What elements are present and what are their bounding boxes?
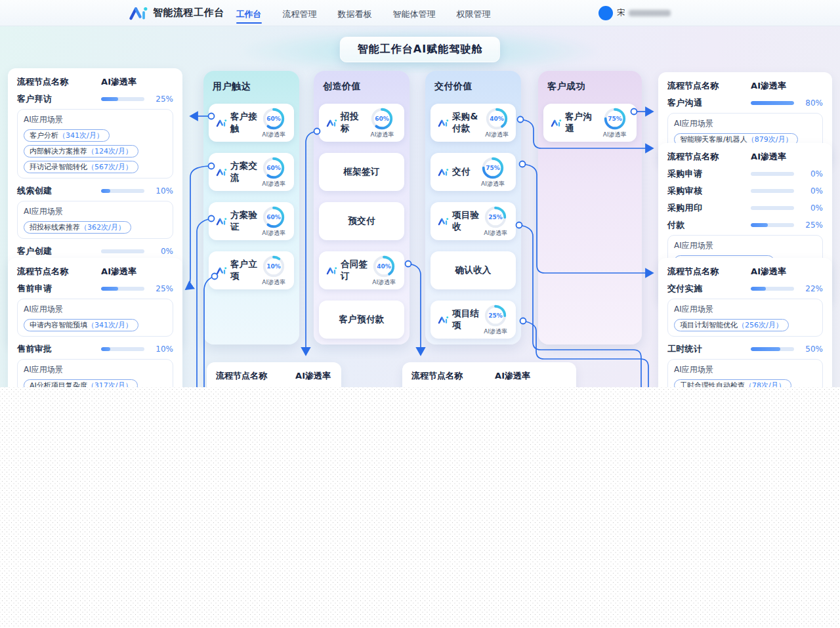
ai-scenario-chip: 项目计划智能优化（256次/月） [674, 319, 789, 331]
ai-logo-icon [216, 217, 227, 226]
ai-scenario-count: （362次/月） [80, 223, 125, 232]
penetration-progress-bar [751, 101, 794, 105]
ai-scenario-count: （341次/月） [87, 321, 133, 329]
process-stage-card[interactable]: 项目验收25%AI渗透率 [430, 202, 516, 240]
tab-active-underline [457, 22, 491, 24]
process-stage-card[interactable]: 交付75%AI渗透率 [430, 153, 516, 191]
penetration-percent: 25% [799, 220, 823, 230]
penetration-gauge: 60%AI渗透率 [259, 156, 289, 188]
tab-active-underline [236, 22, 262, 24]
tab-label: 数据看板 [338, 9, 372, 22]
penetration-progress-bar [101, 97, 144, 101]
ai-scenario-chip: 内部解决方案推荐（124次/月） [24, 145, 138, 157]
process-node-name: 交付实施 [667, 283, 751, 295]
user-avatar[interactable] [598, 6, 613, 20]
ai-penetration-column-header: AI渗透率 [751, 151, 786, 163]
ai-penetration-column-header: AI渗透率 [495, 370, 530, 382]
tab-4[interactable]: 智能体管理 [393, 2, 436, 24]
ai-logo-icon [438, 217, 449, 226]
node-name-column-header: 流程节点名称 [667, 266, 719, 278]
ai-scenario-count: （567次/月） [87, 163, 133, 171]
process-stage-card[interactable]: 合同签订40%AI渗透率 [319, 251, 404, 289]
penetration-percent: 25% [150, 94, 173, 104]
process-node-name: 采购审核 [667, 185, 751, 197]
penetration-percent: 25% [150, 284, 173, 293]
svg-text:10%: 10% [266, 263, 281, 270]
penetration-gauge: 25%AI渗透率 [480, 303, 511, 336]
process-stage-card[interactable]: 框架签订 [319, 153, 404, 191]
ai-scenario-chip: 客户分析（341次/月） [24, 129, 110, 142]
penetration-gauge: 60%AI渗透率 [259, 205, 289, 238]
process-node-name: 付款 [667, 219, 751, 231]
ai-scenario-box: AI应用场景招投标线索推荐（362次/月） [17, 201, 173, 239]
ai-scenario-chips: 客户分析（341次/月）内部解决方案推荐（124次/月）拜访记录智能转化（567… [24, 129, 167, 173]
process-stage-card[interactable]: 采购&付款40%AI渗透率 [430, 104, 516, 142]
tab-3[interactable]: 数据看板 [338, 2, 372, 24]
process-stage-card[interactable]: 项目结项25%AI渗透率 [430, 301, 516, 339]
process-stage-card[interactable]: 方案交流60%AI渗透率 [209, 153, 294, 191]
penetration-percent: 10% [150, 345, 173, 354]
ai-penetration-column-header: AI渗透率 [751, 80, 786, 92]
stage-card-name: 采购&付款 [438, 111, 483, 135]
penetration-progress-fill [101, 347, 110, 351]
stage-card-name: 客户立项 [216, 259, 259, 282]
process-node-row: 售前申请25% [17, 283, 173, 295]
penetration-percent: 22% [799, 284, 823, 293]
ai-scenario-label: AI应用场景 [674, 304, 816, 315]
penetration-gauge-label: AI渗透率 [484, 327, 507, 336]
ai-scenario-count: （256次/月） [738, 321, 783, 329]
penetration-gauge-label: AI渗透率 [484, 229, 507, 238]
ai-logo-icon [551, 119, 562, 127]
penetration-percent: 10% [150, 186, 173, 196]
tab-2[interactable]: 流程管理 [283, 2, 317, 24]
tab-5[interactable]: 权限管理 [457, 2, 491, 24]
process-node-name: 客户创建 [17, 245, 101, 257]
user-name-blurred [629, 10, 671, 16]
process-node-row: 采购用印0% [667, 202, 823, 214]
penetration-progress-bar [751, 223, 794, 227]
svg-text:75%: 75% [608, 115, 622, 122]
process-stage-card[interactable]: 预交付 [319, 202, 404, 240]
penetration-progress-fill [101, 189, 110, 193]
column-title: 客户成功 [543, 77, 637, 93]
ai-penetration-column-header: AI渗透率 [295, 370, 331, 382]
tab-1[interactable]: 工作台 [236, 2, 262, 24]
ai-logo-icon [438, 168, 449, 177]
penetration-gauge-label: AI渗透率 [371, 131, 394, 139]
svg-text:25%: 25% [488, 312, 503, 319]
process-stage-card[interactable]: 客户接触60%AI渗透率 [209, 104, 294, 142]
process-stage-card[interactable]: 客户沟通75%AI渗透率 [543, 104, 637, 142]
process-stage-card[interactable]: 客户立项10%AI渗透率 [209, 251, 294, 289]
ai-logo-icon [216, 119, 227, 127]
tab-active-underline [393, 22, 436, 24]
ai-scenario-chips: 项目计划智能优化（256次/月） [674, 319, 816, 331]
user-area[interactable]: 宋 [598, 6, 671, 20]
penetration-progress-fill [751, 223, 768, 227]
ai-logo-icon [216, 266, 227, 275]
process-node-row: 线索创建10% [17, 185, 173, 197]
panel-header: 流程节点名称AI渗透率 [17, 266, 173, 278]
penetration-gauge-ring: 60% [261, 205, 286, 230]
column-title: 用户触达 [209, 77, 294, 93]
process-stage-card[interactable]: 客户预付款 [319, 301, 404, 339]
process-stage-card[interactable]: 招投标60%AI渗透率 [319, 104, 404, 142]
penetration-gauge-ring: 25% [483, 303, 508, 328]
penetration-progress-fill [751, 347, 780, 351]
tab-active-underline [338, 22, 372, 24]
penetration-gauge-ring: 60% [261, 106, 286, 131]
ai-scenario-count: （124次/月） [87, 147, 133, 156]
penetration-percent: 50% [799, 345, 823, 354]
ai-logo-icon [438, 119, 449, 127]
process-node-name: 售前审批 [17, 343, 101, 355]
process-stage-card[interactable]: 确认收入 [430, 251, 516, 289]
process-stage-card[interactable]: 方案验证60%AI渗透率 [209, 202, 294, 240]
column-user-reach: 用户触达客户接触60%AI渗透率方案交流60%AI渗透率方案验证60%AI渗透率… [203, 71, 299, 345]
panel-header: 流程节点名称AI渗透率 [411, 370, 567, 382]
penetration-gauge: 60%AI渗透率 [366, 106, 399, 139]
panel-header: 流程节点名称AI渗透率 [667, 266, 823, 278]
ai-scenario-chips: 招投标线索推荐（362次/月） [24, 221, 167, 234]
process-node-row: 付款25% [667, 219, 823, 231]
workbench-page: 智能流程工作台 工作台流程管理数据看板智能体管理权限管理 宋 智能工作台AI赋能… [0, 0, 840, 628]
ai-penetration-column-header: AI渗透率 [101, 266, 136, 278]
penetration-percent: 0% [799, 186, 823, 196]
